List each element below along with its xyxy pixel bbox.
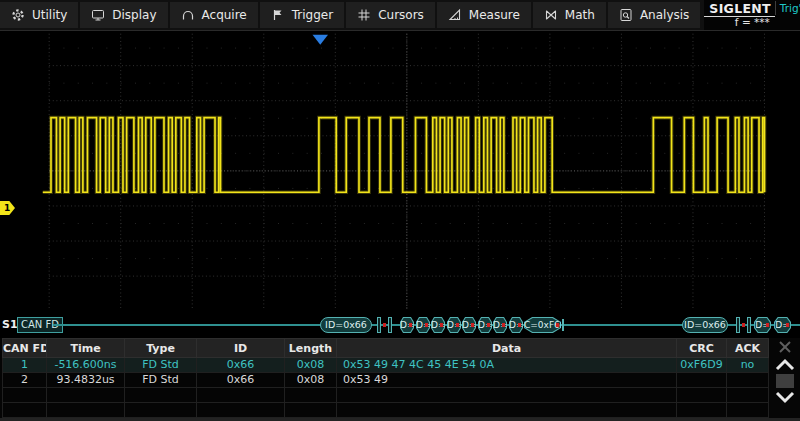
column-header: CRC [677, 338, 727, 358]
menu-item-label: Acquire [202, 8, 247, 22]
waveform-display[interactable]: 1 S1 CAN FD ID=0x66D=D=D=D=D=D=D=D=C=0xF… [0, 30, 800, 338]
column-header: Time [47, 338, 125, 358]
table-cell[interactable] [727, 373, 769, 388]
table-cell[interactable] [285, 403, 337, 418]
menu-item-analysis[interactable]: Analysis [608, 2, 700, 28]
table-cell[interactable]: -516.600ns [47, 358, 125, 373]
column-header: ID [197, 338, 285, 358]
column-header: CAN FD [2, 338, 47, 358]
math-icon [544, 8, 558, 22]
table-cell[interactable] [2, 388, 47, 403]
flag-icon [271, 8, 285, 22]
menu: UtilityDisplayAcquireTriggerCursorsMeasu… [0, 0, 702, 30]
table-cell[interactable]: FD Std [125, 358, 197, 373]
table-cell[interactable] [197, 403, 285, 418]
table-cell[interactable]: 0x53 49 47 4C 45 4E 54 0A [337, 358, 677, 373]
top-menu-bar: UtilityDisplayAcquireTriggerCursorsMeasu… [0, 0, 800, 30]
table-cell[interactable] [197, 388, 285, 403]
menu-item-utility[interactable]: Utility [0, 2, 78, 28]
brand-logo: SIGLENT [704, 0, 775, 17]
graticule-and-trace [0, 31, 800, 339]
table-cell[interactable] [125, 403, 197, 418]
table-scroll-column [769, 338, 800, 418]
cursors-icon [357, 8, 371, 22]
menu-item-label: Math [565, 8, 595, 22]
column-header: Data [337, 338, 677, 358]
table-cell[interactable]: FD Std [125, 373, 197, 388]
menu-item-label: Cursors [378, 8, 424, 22]
scrollbar-thumb[interactable] [776, 374, 794, 388]
table-cell[interactable]: 2 [2, 373, 47, 388]
table-cell[interactable]: no [727, 358, 769, 373]
menu-item-acquire[interactable]: Acquire [170, 2, 258, 28]
menu-item-label: Trigger [292, 8, 333, 22]
measure-icon [448, 8, 462, 22]
menu-item-math[interactable]: Math [533, 2, 606, 28]
trigger-position-marker[interactable] [313, 35, 328, 45]
menu-item-measure[interactable]: Measure [437, 2, 531, 28]
table-cell[interactable]: 0x66 [197, 358, 285, 373]
menu-item-display[interactable]: Display [80, 2, 167, 28]
decode-list-table: CAN FDTimeTypeIDLengthDataCRCACK 1-516.6… [0, 338, 800, 421]
table-cell[interactable] [677, 373, 727, 388]
table-cell[interactable]: 0xF6D9 [677, 358, 727, 373]
close-table-button[interactable] [769, 338, 800, 356]
table-cell[interactable] [47, 388, 125, 403]
menu-item-label: Utility [32, 8, 67, 22]
table-cell[interactable]: 0x08 [285, 373, 337, 388]
menu-item-label: Analysis [640, 8, 689, 22]
column-header: ACK [727, 338, 769, 358]
table-cell[interactable]: 0x08 [285, 358, 337, 373]
table-cell[interactable]: 0x53 49 [337, 373, 677, 388]
gear-icon [11, 8, 25, 22]
column-header: Length [285, 338, 337, 358]
table-body: 1-516.600nsFD Std0x660x080x53 49 47 4C 4… [2, 358, 769, 418]
scroll-up-button[interactable] [769, 356, 800, 373]
table-cell[interactable] [2, 403, 47, 418]
status-block: SIGLENT Trig'd f = *** [704, 0, 800, 30]
table-cell[interactable]: 93.4832us [47, 373, 125, 388]
table-cell[interactable] [727, 403, 769, 418]
scroll-down-button[interactable] [769, 389, 800, 406]
trigger-status-badge: Trig'd [775, 1, 800, 15]
table-cell[interactable] [125, 388, 197, 403]
table-cell[interactable] [337, 388, 677, 403]
table-header-row: CAN FDTimeTypeIDLengthDataCRCACK [2, 338, 769, 358]
monitor-icon [91, 8, 105, 22]
menu-item-trigger[interactable]: Trigger [260, 2, 344, 28]
table-cell[interactable] [677, 388, 727, 403]
menu-item-label: Measure [469, 8, 520, 22]
table-cell[interactable]: 0x66 [197, 373, 285, 388]
table-cell[interactable]: 1 [2, 358, 47, 373]
table-cell[interactable] [47, 403, 125, 418]
menu-item-cursors[interactable]: Cursors [346, 2, 435, 28]
brand-row: SIGLENT Trig'd [704, 0, 800, 16]
menu-item-label: Display [112, 8, 156, 22]
table-cell[interactable] [285, 388, 337, 403]
column-header: Type [125, 338, 197, 358]
table-cell[interactable] [677, 403, 727, 418]
acquire-icon [181, 8, 195, 22]
analysis-icon [619, 8, 633, 22]
table-cell[interactable] [337, 403, 677, 418]
frequency-readout: f = *** [704, 16, 800, 29]
table-cell[interactable] [727, 388, 769, 403]
oscilloscope-screen: UtilityDisplayAcquireTriggerCursorsMeasu… [0, 0, 800, 421]
